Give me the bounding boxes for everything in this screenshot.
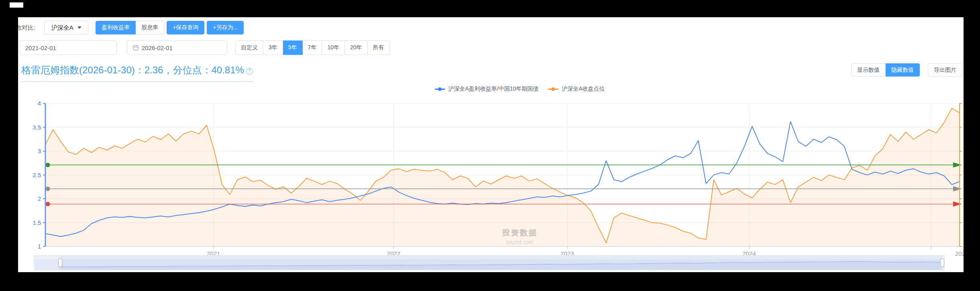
navigator-handle-right[interactable]: [941, 259, 944, 267]
navigator-handle-left[interactable]: [59, 259, 62, 267]
svg-text:3.5: 3.5: [33, 124, 41, 131]
navigator[interactable]: [34, 255, 944, 270]
screen: 数对比: 沪深全A 盈利收益率 股息率 +保存查询 +另存为... 2021-0…: [0, 0, 980, 291]
y-axis-left-labels: 43.532.521.51: [33, 100, 45, 250]
svg-text:2026-01-30: 2026-01-30: [955, 250, 964, 257]
svg-text:2: 2: [38, 195, 41, 202]
series-area-orange: [45, 108, 960, 247]
chart-canvas[interactable]: 2.712.211.8943.532.521.51650060005500500…: [18, 17, 964, 272]
svg-text:2.5: 2.5: [33, 172, 41, 178]
y-axis-right-labels: 6500600055005000450040003500: [960, 100, 964, 250]
svg-text:4: 4: [38, 100, 41, 107]
svg-text:1: 1: [38, 243, 41, 250]
window-artifact: [10, 2, 23, 8]
svg-text:1.5: 1.5: [33, 219, 41, 226]
navigator-selected-range: [60, 256, 942, 270]
app-panel: 数对比: 沪深全A 盈利收益率 股息率 +保存查询 +另存为... 2021-0…: [18, 17, 964, 272]
svg-text:3: 3: [38, 148, 41, 154]
